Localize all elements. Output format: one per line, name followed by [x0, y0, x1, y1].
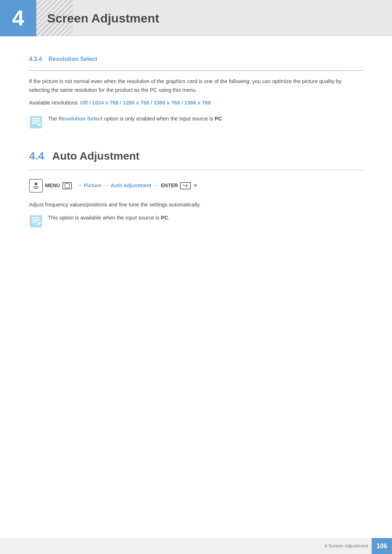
bracket-icon [62, 182, 72, 189]
svg-rect-2 [32, 120, 40, 122]
section-434-heading: 4.3.4 Resolution Select [29, 54, 363, 64]
nav-arrow-2: → [103, 181, 109, 189]
page-header: 4 Screen Adjustment [0, 0, 392, 36]
svg-rect-11 [32, 217, 40, 218]
section-434-note: The Resolution Select option is only ena… [29, 115, 363, 129]
note-end: . [222, 116, 224, 122]
note-44-end: . [168, 215, 170, 221]
svg-point-6 [34, 182, 37, 185]
svg-rect-0 [30, 116, 42, 128]
section-44-heading: 4.4 Auto Adjustment [29, 147, 363, 165]
svg-rect-7 [33, 186, 39, 187]
svg-rect-9 [65, 184, 69, 188]
svg-rect-10 [30, 215, 42, 227]
section-44-divider [29, 170, 363, 170]
available-resolutions: Available resolutions: Off / 1024 x 768 … [29, 99, 363, 107]
nav-arrow-1: → [77, 181, 82, 189]
menu-svg-icon [32, 181, 40, 190]
note-pre: The [48, 116, 58, 122]
svg-rect-12 [32, 219, 40, 221]
note-term: Resolution Select [58, 116, 103, 122]
svg-rect-1 [32, 118, 40, 119]
resolutions-list: Off / 1024 x 768 / 1280 x 768 / 1360 x 7… [80, 100, 211, 106]
section-44-body1: Adjust frequency values/positions and fi… [29, 201, 363, 209]
menu-icon [29, 179, 43, 193]
section-434: 4.3.4 Resolution Select If the picture i… [29, 54, 363, 129]
chapter-number-box: 4 [0, 0, 36, 36]
menu-label: MENU [45, 181, 60, 189]
svg-rect-13 [32, 222, 38, 223]
main-content: 4.3.4 Resolution Select If the picture i… [0, 36, 392, 268]
available-label: Available resolutions: [29, 100, 80, 106]
section-44-note-text: This option is available when the input … [48, 214, 170, 222]
section-44: 4.4 Auto Adjustment MENU → Pictu [29, 147, 363, 228]
nav-enter-label: ENTER [161, 181, 178, 189]
page-footer: 4 Screen Adjustment 106 [0, 538, 392, 554]
note-icon [29, 115, 43, 129]
section-434-title: Resolution Select [49, 54, 97, 64]
svg-rect-3 [32, 123, 38, 124]
note-44-term: PC [161, 215, 168, 221]
section-434-note-text: The Resolution Select option is only ena… [48, 115, 224, 123]
note-icon-2 [29, 214, 43, 228]
note-44-pre: This option is available when the input … [48, 215, 161, 221]
menu-nav-row: MENU → Picture → Auto Adjustment → ENTER… [29, 179, 363, 193]
nav-gt: > [194, 181, 197, 189]
section-434-divider [29, 70, 363, 71]
enter-icon [180, 182, 191, 189]
section-44-note: This option is available when the input … [29, 214, 363, 228]
bracket-svg [65, 183, 70, 188]
section-44-number: 4.4 [29, 147, 44, 165]
nav-arrow-3: → [154, 181, 159, 189]
section-434-body1: If the picture is not normal even when t… [29, 77, 363, 95]
enter-svg-icon [183, 183, 188, 188]
note-mid: option is only enabled when the input so… [103, 116, 215, 122]
footer-page-number: 106 [372, 538, 392, 554]
chapter-number: 4 [12, 1, 24, 36]
svg-rect-8 [34, 188, 38, 189]
footer-chapter-ref: 4 Screen Adjustment [324, 542, 368, 550]
chapter-title: Screen Adjustment [47, 8, 159, 28]
section-434-number: 4.3.4 [29, 54, 42, 64]
note-term2: PC [215, 116, 222, 122]
nav-picture: Picture [84, 181, 101, 189]
nav-auto: Auto Adjustment [111, 181, 151, 189]
section-44-title: Auto Adjustment [52, 147, 140, 165]
